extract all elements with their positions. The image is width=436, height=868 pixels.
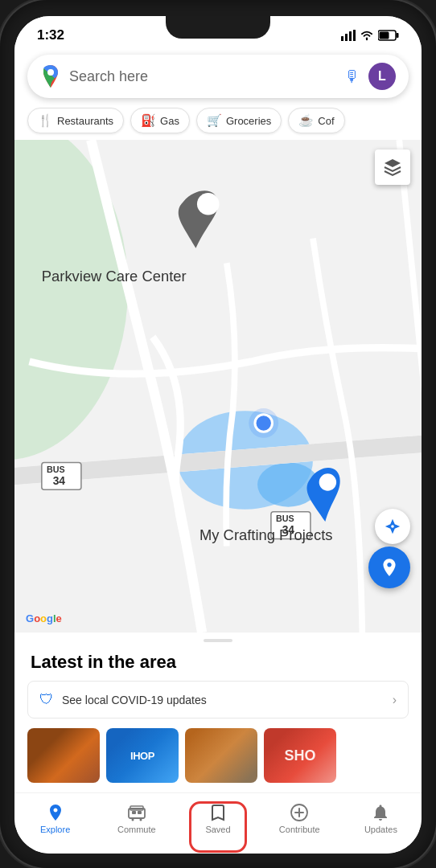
chip-restaurants-label: Restaurants (57, 115, 113, 127)
chevron-right-icon: › (393, 693, 397, 707)
svg-text:BUS: BUS (47, 465, 65, 474)
svg-rect-1 (345, 34, 348, 41)
map-area[interactable]: BUS 34 BUS 34 BUS 34 Parkview Care Cente… (14, 140, 422, 633)
svg-text:My Crafting Projects: My Crafting Projects (199, 526, 332, 543)
restaurants-icon: 🍴 (38, 113, 53, 128)
gas-icon: ⛽ (141, 113, 156, 128)
mic-icon[interactable]: 🎙 (344, 68, 360, 86)
coffee-icon: ☕ (298, 113, 314, 128)
search-input[interactable]: Search here (69, 68, 336, 85)
directions-icon (379, 557, 400, 578)
contribute-icon (290, 803, 309, 822)
user-avatar[interactable]: L (368, 63, 396, 90)
nav-updates[interactable]: Updates (340, 800, 422, 837)
phone-frame: 1:32 (0, 0, 436, 868)
nav-commute[interactable]: Commute (96, 800, 177, 837)
svg-text:BUS: BUS (276, 514, 294, 523)
chip-groceries[interactable]: 🛒 Groceries (196, 108, 282, 133)
svg-rect-36 (138, 811, 142, 814)
chip-groceries-label: Groceries (226, 115, 271, 127)
nav-saved[interactable]: Saved (177, 800, 258, 837)
covid-banner[interactable]: 🛡 See local COVID-19 updates › (27, 681, 409, 719)
svg-rect-0 (341, 36, 343, 41)
notch (166, 16, 270, 39)
nav-explore[interactable]: Explore (14, 800, 96, 837)
svg-rect-6 (380, 32, 389, 39)
phone-screen: 1:32 (14, 16, 422, 854)
chip-coffee[interactable]: ☕ Cof (288, 108, 344, 133)
signal-icon (341, 30, 356, 41)
thumbnail-building[interactable] (185, 728, 257, 783)
compass-button[interactable] (375, 509, 410, 544)
updates-icon (371, 803, 390, 822)
chip-restaurants[interactable]: 🍴 Restaurants (27, 108, 124, 133)
explore-label: Explore (40, 825, 70, 834)
contribute-label: Contribute (279, 825, 320, 834)
chip-gas-label: Gas (160, 115, 179, 127)
saved-highlight-ring (189, 801, 247, 853)
groceries-icon: 🛒 (207, 113, 222, 128)
svg-point-26 (319, 473, 336, 490)
chip-gas[interactable]: ⛽ Gas (130, 108, 190, 133)
svg-point-33 (131, 819, 134, 821)
search-bar[interactable]: Search here 🎙 L (27, 55, 409, 98)
sheet-handle (14, 633, 422, 645)
covid-text: See local COVID-19 updates (62, 694, 207, 706)
covid-info: 🛡 See local COVID-19 updates (39, 691, 207, 708)
sheet-title: Latest in the area (14, 645, 422, 681)
thumbnail-row: IHOP SHO (14, 728, 422, 792)
svg-point-25 (257, 416, 271, 430)
thumbnail-ihop[interactable]: IHOP (106, 728, 179, 783)
bottom-nav: Explore Commute Saved (14, 792, 422, 854)
category-chips: 🍴 Restaurants ⛽ Gas 🛒 Groceries ☕ Cof (14, 104, 422, 140)
compass-icon (384, 518, 401, 535)
bottom-sheet: Latest in the area 🛡 See local COVID-19 … (14, 633, 422, 792)
svg-text:34: 34 (53, 475, 66, 487)
navigation-button[interactable] (368, 547, 410, 588)
updates-label: Updates (364, 825, 397, 834)
svg-point-30 (391, 525, 394, 528)
nav-contribute[interactable]: Contribute (259, 800, 340, 837)
layers-icon (383, 158, 402, 177)
status-icons (341, 30, 399, 41)
explore-icon (46, 803, 65, 822)
google-maps-logo (40, 65, 61, 88)
battery-icon (378, 30, 399, 41)
svg-point-7 (47, 69, 54, 76)
search-bar-area: Search here 🎙 L (14, 48, 422, 104)
commute-label: Commute (117, 825, 156, 834)
svg-rect-2 (349, 31, 352, 41)
handle-bar (204, 639, 232, 642)
status-time: 1:32 (37, 27, 64, 43)
thumbnail-storefront[interactable]: SHO (264, 728, 336, 783)
commute-icon (127, 803, 146, 822)
svg-point-34 (139, 819, 142, 821)
thumbnail-food[interactable] (27, 728, 100, 783)
svg-rect-3 (353, 30, 356, 41)
map-layers-button[interactable] (375, 149, 410, 185)
map-svg: BUS 34 BUS 34 BUS 34 Parkview Care Cente… (14, 140, 422, 633)
shield-icon: 🛡 (39, 691, 54, 708)
svg-rect-5 (397, 33, 399, 38)
svg-point-21 (197, 193, 220, 215)
svg-text:Parkview Care Center: Parkview Care Center (42, 268, 187, 285)
wifi-icon (360, 30, 374, 41)
svg-rect-35 (132, 811, 136, 814)
chip-coffee-label: Cof (318, 115, 334, 127)
google-watermark: Google (26, 612, 62, 624)
